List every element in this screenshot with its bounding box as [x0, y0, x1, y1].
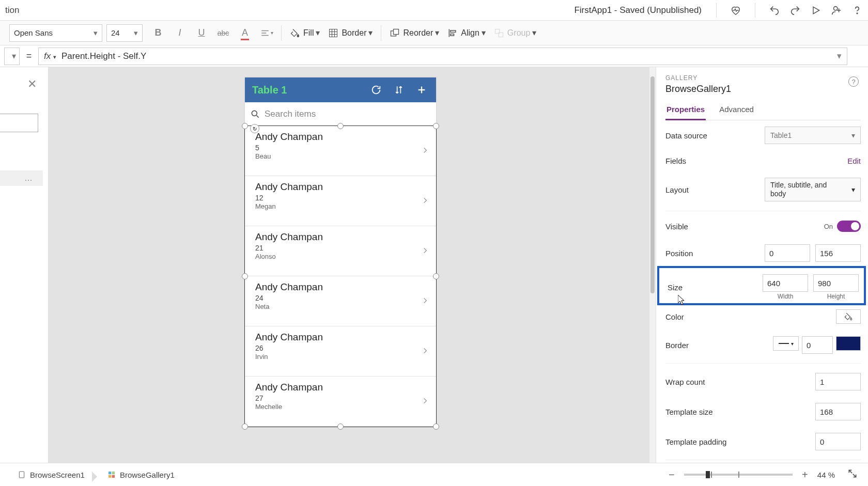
- item-subtitle: 27: [255, 394, 415, 402]
- divider: [665, 460, 861, 460]
- redo-icon[interactable]: [789, 5, 801, 16]
- border-style-select[interactable]: ▾: [773, 336, 799, 351]
- breadcrumb-screen-label: BrowseScreen1: [30, 471, 85, 479]
- group-button[interactable]: Group ▾: [490, 23, 540, 43]
- zoom-in-button[interactable]: +: [800, 469, 810, 481]
- resize-handle[interactable]: [337, 123, 344, 129]
- undo-icon[interactable]: [769, 5, 780, 16]
- bold-button[interactable]: B: [148, 23, 168, 43]
- data-source-select[interactable]: Table1 ▾: [765, 127, 861, 144]
- item-body: Beau: [255, 152, 415, 160]
- chevron-right-icon[interactable]: [422, 145, 429, 158]
- item-body: Alonso: [255, 253, 415, 260]
- svg-rect-11: [394, 29, 399, 34]
- fill-button[interactable]: Fill ▾: [286, 23, 324, 43]
- rotate-handle[interactable]: ↻: [250, 124, 259, 133]
- font-color-button[interactable]: A: [235, 23, 255, 43]
- workspace: ✕ … Table 1 Search items: [0, 67, 868, 463]
- align-button[interactable]: Align ▾: [443, 23, 490, 43]
- breadcrumb-gallery[interactable]: BrowseGallery1: [100, 468, 182, 481]
- reorder-button[interactable]: Reorder ▾: [385, 23, 443, 43]
- italic-button[interactable]: I: [169, 23, 190, 43]
- visible-value: On: [824, 223, 833, 230]
- gallery-item[interactable]: Andy Champan 12 Megan: [245, 176, 436, 226]
- chevron-down-icon[interactable]: ▾: [837, 51, 842, 61]
- chevron-right-icon[interactable]: [422, 195, 429, 208]
- resize-handle[interactable]: [242, 424, 248, 430]
- scrollbar-thumb[interactable]: [650, 76, 655, 293]
- fit-to-screen-icon[interactable]: [847, 468, 858, 481]
- text-align-button[interactable]: ▾: [256, 23, 277, 43]
- wrap-count-input[interactable]: 1: [815, 373, 861, 390]
- tab-properties[interactable]: Properties: [665, 102, 706, 120]
- gallery-item[interactable]: Andy Champan 24 Neta: [245, 276, 436, 326]
- reorder-label: Reorder: [403, 28, 433, 38]
- help-icon[interactable]: [851, 5, 863, 16]
- row-template-size: Template size 168: [665, 397, 861, 427]
- visible-toggle[interactable]: [837, 221, 861, 232]
- gallery-item[interactable]: Andy Champan 5 Beau: [245, 126, 436, 176]
- template-padding-input[interactable]: 0: [815, 433, 861, 450]
- gallery-item[interactable]: Andy Champan 27 Mechelle: [245, 377, 436, 427]
- font-family-combo[interactable]: Open Sans ▾: [9, 24, 102, 42]
- share-user-icon[interactable]: [831, 5, 842, 16]
- resize-handle[interactable]: [433, 123, 439, 129]
- resize-handle[interactable]: [242, 273, 248, 279]
- tab-advanced[interactable]: Advanced: [718, 102, 755, 120]
- zoom-out-button[interactable]: −: [667, 469, 677, 481]
- chevron-right-icon[interactable]: [422, 295, 429, 308]
- border-button[interactable]: Border ▾: [324, 23, 377, 43]
- status-bar: BrowseScreen1 BrowseGallery1 − + 44 %: [0, 463, 868, 486]
- row-border: Border ▾ 0: [665, 330, 861, 360]
- refresh-icon[interactable]: [369, 84, 383, 96]
- underline-button[interactable]: U: [191, 23, 212, 43]
- font-size-combo[interactable]: 24 ▾: [106, 24, 143, 42]
- formula-input[interactable]: fx ▾ Parent.Height - Self.Y ▾: [38, 48, 847, 65]
- border-label: Border: [665, 341, 773, 350]
- chevron-down-icon: ▾: [368, 28, 373, 38]
- layout-label: Layout: [665, 185, 765, 194]
- canvas-scrollbar[interactable]: [649, 67, 656, 463]
- resize-handle[interactable]: [337, 424, 344, 430]
- item-title: Andy Champan: [255, 281, 415, 293]
- border-color-swatch[interactable]: [836, 336, 861, 351]
- tree-item-stub[interactable]: …: [0, 170, 43, 186]
- position-y-input[interactable]: 156: [815, 244, 861, 262]
- play-icon[interactable]: [810, 5, 822, 16]
- panel-tabs: Properties Advanced: [665, 102, 861, 120]
- item-subtitle: 21: [255, 244, 415, 252]
- add-icon[interactable]: [414, 84, 429, 96]
- chevron-right-icon[interactable]: [422, 245, 429, 258]
- color-swatch[interactable]: [836, 309, 861, 324]
- property-selector[interactable]: ▾: [4, 48, 20, 65]
- fields-edit-link[interactable]: Edit: [847, 156, 861, 165]
- gallery-item[interactable]: Andy Champan 21 Alonso: [245, 226, 436, 276]
- search-stub[interactable]: [0, 114, 38, 132]
- size-height-input[interactable]: 980: [813, 274, 859, 292]
- chevron-right-icon[interactable]: [422, 345, 429, 358]
- template-size-input[interactable]: 168: [815, 403, 861, 420]
- position-x-input[interactable]: 0: [765, 244, 810, 262]
- phone-preview: Table 1 Search items ↻ Andy Champan: [245, 77, 436, 427]
- close-icon[interactable]: ✕: [27, 77, 37, 91]
- info-icon[interactable]: ?: [848, 76, 859, 87]
- strikethrough-button[interactable]: abc: [213, 23, 234, 43]
- resize-handle[interactable]: [433, 273, 439, 279]
- zoom-slider[interactable]: [684, 474, 793, 476]
- layout-select[interactable]: Title, subtitle, and body ▾: [765, 178, 861, 201]
- health-check-icon[interactable]: [730, 5, 741, 16]
- chevron-right-icon[interactable]: [422, 395, 429, 409]
- item-body: Neta: [255, 303, 415, 310]
- resize-handle[interactable]: [433, 424, 439, 430]
- font-size-value: 24: [111, 28, 120, 37]
- gallery-item[interactable]: Andy Champan 26 Irvin: [245, 326, 436, 377]
- sort-icon[interactable]: [392, 84, 406, 96]
- panel-category: GALLERY: [665, 74, 861, 82]
- row-color: Color: [665, 303, 861, 330]
- canvas[interactable]: Table 1 Search items ↻ Andy Champan: [49, 67, 656, 463]
- border-width-input[interactable]: 0: [802, 336, 833, 354]
- resize-handle[interactable]: [242, 123, 248, 129]
- size-width-input[interactable]: 640: [763, 274, 808, 292]
- breadcrumb-screen[interactable]: BrowseScreen1: [10, 468, 92, 481]
- browse-gallery[interactable]: ↻ Andy Champan 5 Beau Andy Champan 12 Me…: [245, 126, 436, 427]
